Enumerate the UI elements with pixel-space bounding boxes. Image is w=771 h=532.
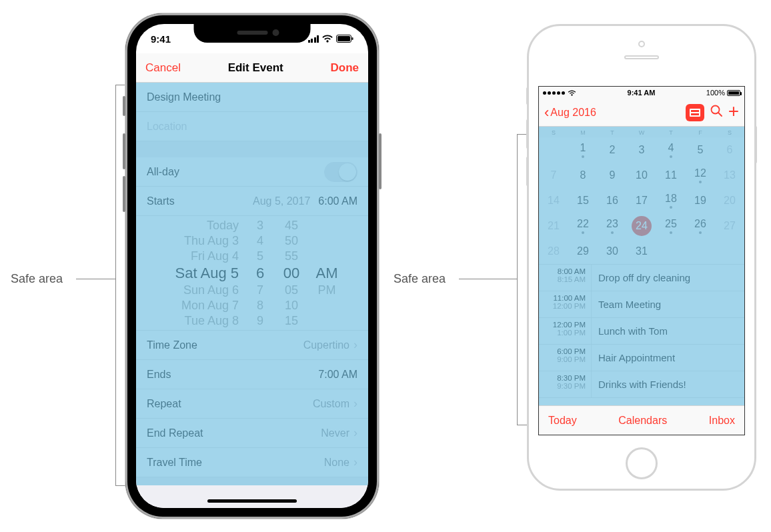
date-time-picker[interactable]: Today345Thu Aug 3450Fri Aug 4555Sat Aug … [136, 216, 368, 331]
day-cell[interactable]: 30 [598, 239, 627, 264]
today-tab[interactable]: Today [548, 415, 577, 427]
day-cell[interactable]: 7 [539, 163, 568, 188]
event-title-input[interactable] [147, 91, 357, 103]
day-cell[interactable]: 14 [539, 188, 568, 213]
search-button[interactable] [710, 104, 723, 121]
agenda-row[interactable]: 8:00 AM8:15 AMDrop off dry cleaning [539, 265, 744, 291]
inbox-tab[interactable]: Inbox [709, 415, 735, 427]
event-dot [699, 181, 702, 183]
day-cell[interactable]: 27 [715, 213, 744, 239]
picker-row[interactable]: Mon Aug 7810 [136, 298, 368, 313]
allday-row[interactable]: All-day [136, 157, 368, 187]
timezone-row[interactable]: Time Zone Cupertino › [136, 331, 368, 360]
picker-row[interactable]: Fri Aug 4555 [136, 249, 368, 264]
day-cell[interactable]: 25 [656, 213, 686, 239]
agenda-row[interactable]: 8:30 PM9:30 PMDrinks with Friends! [539, 371, 744, 398]
ends-value: 7:00 AM [318, 369, 357, 381]
picker-row[interactable]: Today345 [136, 218, 368, 233]
day-cell[interactable]: 11 [656, 163, 686, 188]
cancel-button[interactable]: Cancel [145, 61, 181, 75]
day-cell[interactable]: 8 [568, 163, 598, 188]
day-cell[interactable]: 13 [715, 163, 744, 188]
day-cell[interactable]: 29 [568, 239, 598, 264]
done-button[interactable]: Done [330, 61, 359, 75]
day-cell[interactable]: 12 [686, 163, 715, 188]
day-cell[interactable]: 26 [686, 213, 715, 239]
endrepeat-value: Never [321, 427, 349, 439]
day-cell[interactable]: 20 [715, 188, 744, 213]
back-button[interactable]: ‹ Aug 2016 [544, 105, 596, 120]
volume-down [123, 176, 125, 212]
event-dot [582, 231, 584, 234]
day-cell[interactable]: 22 [568, 213, 598, 239]
endrepeat-row[interactable]: End Repeat Never › [136, 419, 368, 448]
leader-line [76, 279, 116, 279]
weekday-label: S [539, 129, 568, 136]
safe-area-label-right: Safe area [394, 272, 446, 286]
agenda-row[interactable]: 11:00 AM12:00 PMTeam Meeting [539, 291, 744, 318]
safe-area-label-left: Safe area [11, 272, 63, 286]
day-cell[interactable]: 2 [598, 137, 627, 163]
event-location-row[interactable] [136, 112, 368, 141]
agenda-time: 12:00 PM1:00 PM [539, 318, 591, 344]
speaker-grill [624, 55, 659, 59]
day-cell[interactable]: 18 [656, 188, 686, 213]
leader-line [459, 279, 518, 279]
day-cell[interactable]: 21 [539, 213, 568, 239]
day-cell[interactable]: 28 [539, 239, 568, 264]
event-title-row[interactable] [136, 83, 368, 112]
selected-day[interactable]: 24 [632, 216, 652, 236]
timezone-label: Time Zone [147, 339, 303, 351]
day-cell[interactable]: 24 [627, 213, 656, 239]
status-bar: 9:41 AM 100% [539, 87, 744, 99]
event-location-input[interactable] [147, 121, 357, 133]
agenda-time: 8:30 PM9:30 PM [539, 371, 591, 397]
day-cell[interactable]: 6 [715, 137, 744, 163]
iphone-x-device: 9:41 Cancel Edit Event Done [125, 13, 379, 519]
agenda-row[interactable]: 12:00 PM1:00 PMLunch with Tom [539, 318, 744, 345]
starts-label: Starts [147, 195, 253, 207]
starts-row[interactable]: Starts Aug 5, 2017 6:00 AM [136, 187, 368, 216]
day-cell[interactable]: 9 [598, 163, 627, 188]
day-cell[interactable]: 15 [568, 188, 598, 213]
cellular-icon [308, 35, 319, 43]
repeat-row[interactable]: Repeat Custom › [136, 389, 368, 419]
month-grid: 1234567891011121314151617181920212223242… [539, 137, 744, 264]
day-cell[interactable]: 31 [627, 239, 656, 264]
day-cell[interactable]: 5 [686, 137, 715, 163]
day-cell[interactable]: 10 [627, 163, 656, 188]
home-indicator [207, 499, 297, 503]
day-cell[interactable]: 1 [568, 137, 598, 163]
ends-row[interactable]: Ends 7:00 AM [136, 360, 368, 389]
front-camera [638, 41, 645, 47]
picker-row[interactable]: Sat Aug 5600AM [136, 264, 368, 283]
day-cell[interactable]: 16 [598, 188, 627, 213]
agenda-list: 8:00 AM8:15 AMDrop off dry cleaning11:00… [539, 264, 744, 398]
starts-time: 6:00 AM [318, 195, 357, 207]
tab-bar: Today Calendars Inbox [539, 405, 744, 435]
day-cell[interactable]: 19 [686, 188, 715, 213]
ends-label: Ends [147, 369, 318, 381]
mute-switch [123, 96, 125, 116]
calendars-tab[interactable]: Calendars [618, 415, 667, 427]
view-mode-button[interactable] [686, 104, 704, 121]
traveltime-row[interactable]: Travel Time None › [136, 448, 368, 477]
picker-row[interactable]: Thu Aug 3450 [136, 233, 368, 249]
picker-row[interactable]: Tue Aug 8915 [136, 313, 368, 329]
chevron-right-icon: › [353, 397, 357, 411]
mute-switch [526, 87, 529, 105]
weekday-label: T [656, 129, 686, 136]
day-cell[interactable]: 23 [598, 213, 627, 239]
add-button[interactable]: + [728, 102, 739, 121]
starts-date: Aug 5, 2017 [253, 195, 310, 207]
agenda-title: Drinks with Friends! [591, 371, 744, 397]
allday-toggle[interactable] [324, 162, 357, 182]
day-cell[interactable]: 17 [627, 188, 656, 213]
agenda-title: Lunch with Tom [591, 318, 744, 344]
day-cell[interactable]: 4 [656, 137, 686, 163]
picker-row[interactable]: Sun Aug 6705PM [136, 283, 368, 298]
day-cell[interactable]: 3 [627, 137, 656, 163]
back-label: Aug 2016 [550, 107, 596, 119]
iphone-6-device: 9:41 AM 100% ‹ Aug 2016 + SMTWTFS [527, 24, 756, 491]
agenda-row[interactable]: 6:00 PM9:00 PMHair Appointment [539, 345, 744, 371]
